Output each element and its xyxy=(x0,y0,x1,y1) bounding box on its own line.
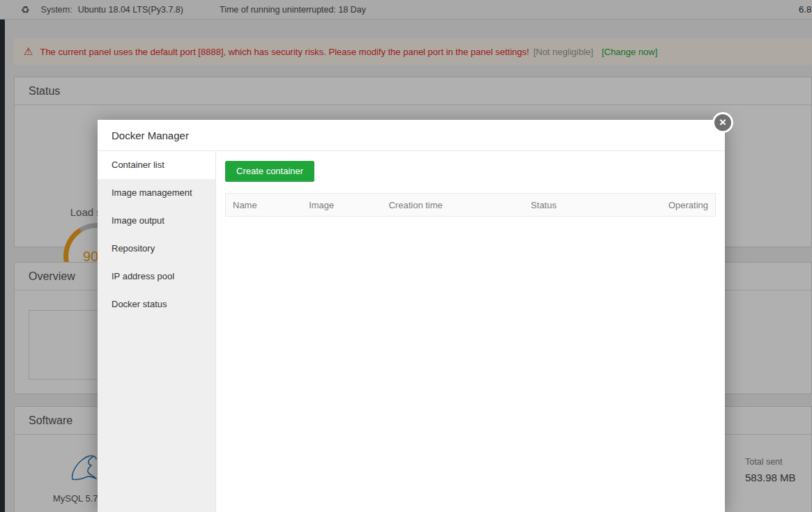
close-icon[interactable]: × xyxy=(712,112,733,133)
docker-manager-modal: Docker Manager × Container list Image ma… xyxy=(98,120,725,512)
modal-sidebar: Container list Image management Image ou… xyxy=(98,151,216,512)
modal-body: Container list Image management Image ou… xyxy=(98,151,725,512)
sidebar-item-container-list[interactable]: Container list xyxy=(98,151,215,179)
col-image: Image xyxy=(302,194,382,217)
container-table-header-row: Name Image Creation time Status Operatin… xyxy=(226,194,716,217)
modal-title: Docker Manager xyxy=(98,120,725,151)
sidebar-item-docker-status[interactable]: Docker status xyxy=(98,290,215,318)
col-status: Status xyxy=(524,194,652,217)
col-operating: Operating xyxy=(651,194,715,217)
sidebar-item-ip-address-pool[interactable]: IP address pool xyxy=(98,263,215,290)
col-creation-time: Creation time xyxy=(382,194,524,217)
create-container-button[interactable]: Create container xyxy=(225,161,314,182)
container-table: Name Image Creation time Status Operatin… xyxy=(225,193,716,217)
modal-content: Create container Name Image Creation tim… xyxy=(216,151,725,512)
sidebar-item-image-management[interactable]: Image management xyxy=(98,179,215,207)
sidebar-item-repository[interactable]: Repository xyxy=(98,235,215,263)
sidebar-item-image-output[interactable]: Image output xyxy=(98,207,215,235)
col-name: Name xyxy=(226,194,302,217)
